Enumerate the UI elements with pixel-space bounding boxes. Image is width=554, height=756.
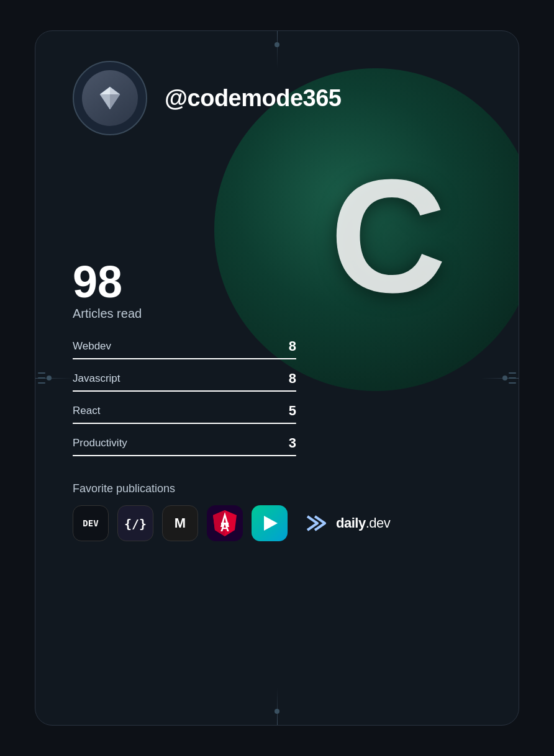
bar-fill-javascript	[73, 390, 296, 392]
publications-label: Favorite publications	[73, 482, 481, 495]
categories-list: Webdev 8 Javascript 8 React 5	[73, 338, 296, 467]
bar-fill-webdev	[73, 358, 296, 359]
daily-dev-text: daily.dev	[336, 515, 390, 531]
stats-section: 98 Articles read Webdev 8 Javascript 8 R	[73, 259, 481, 467]
pub-icons-list: DEV {/} M A	[73, 505, 481, 541]
bar-track-webdev	[73, 358, 296, 359]
publications-section: Favorite publications DEV {/} M	[73, 482, 481, 541]
category-name: Javascript	[73, 372, 120, 385]
articles-count: 98	[73, 259, 481, 304]
profile-card: @codemode365 C 98 Articles read Webdev 8…	[35, 30, 519, 726]
svg-rect-14	[221, 523, 229, 524]
pub-fcc-icon: {/}	[117, 505, 153, 541]
category-row-webdev: Webdev 8	[73, 338, 296, 354]
bar-track-productivity	[73, 455, 296, 456]
right-ticks	[509, 372, 519, 384]
category-row-javascript: Javascript 8	[73, 371, 296, 387]
daily-dev-icon	[302, 513, 331, 534]
corner-dot-left	[47, 376, 52, 380]
bar-track-javascript	[73, 390, 296, 392]
avatar-inner	[82, 70, 138, 126]
category-count: 8	[281, 338, 296, 354]
articles-label: Articles read	[73, 307, 481, 321]
corner-dot-right	[502, 376, 507, 380]
daily-dev-logo: daily.dev	[302, 513, 390, 534]
corner-dot-bottom	[275, 709, 279, 714]
category-name: React	[73, 405, 100, 417]
svg-text:{/}: {/}	[125, 516, 146, 531]
category-count: 5	[281, 403, 296, 419]
fcc-logo: {/}	[125, 513, 146, 534]
pub-logpoint-icon	[252, 505, 288, 541]
svg-marker-15	[264, 516, 278, 531]
category-name: Productivity	[73, 437, 127, 449]
svg-text:A: A	[220, 520, 229, 534]
category-row-react: React 5	[73, 403, 296, 419]
pub-dev-icon: DEV	[73, 505, 109, 541]
bar-fill-react	[73, 423, 211, 424]
pub-angular-icon: A	[207, 505, 243, 541]
profile-header: @codemode365	[73, 61, 481, 135]
username: @codemode365	[165, 85, 342, 112]
pub-medium-icon: M	[162, 505, 198, 541]
category-name: Webdev	[73, 340, 111, 353]
play-icon	[259, 513, 280, 534]
angular-logo: A	[207, 505, 243, 541]
bar-fill-productivity	[73, 455, 155, 456]
left-ticks	[35, 372, 45, 384]
bar-track-react	[73, 423, 296, 424]
gem-icon	[94, 82, 126, 114]
category-count: 3	[281, 435, 296, 451]
avatar-ring	[73, 61, 147, 135]
corner-dot-top	[275, 42, 279, 47]
category-row-productivity: Productivity 3	[73, 435, 296, 451]
category-count: 8	[281, 371, 296, 387]
